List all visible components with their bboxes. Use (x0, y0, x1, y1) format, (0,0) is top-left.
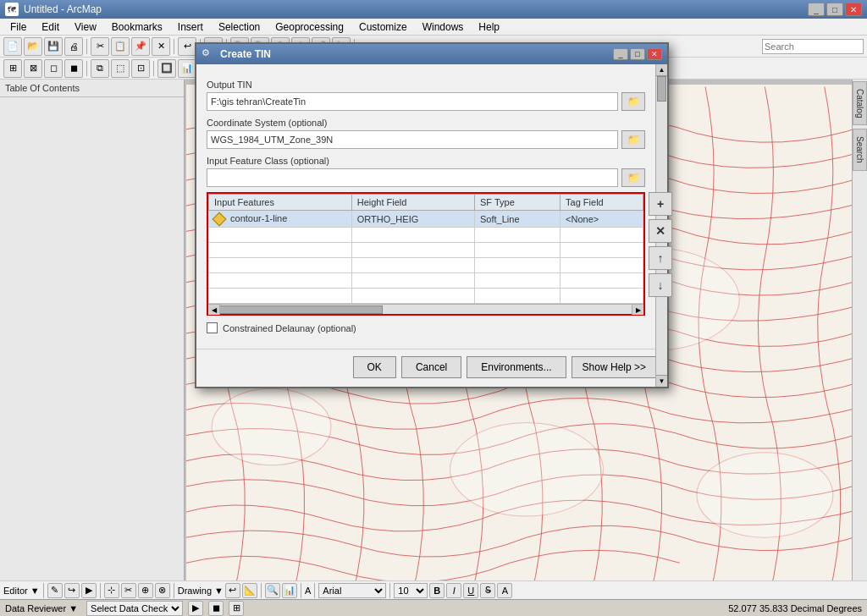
toolbar2-btn6[interactable]: ⬚ (111, 59, 130, 78)
input-feature-row: 📁 (207, 168, 645, 187)
search-input[interactable] (762, 39, 864, 54)
toolbar2-btn5[interactable]: ⧉ (91, 59, 109, 78)
toolbar2-btn2[interactable]: ⊠ (24, 59, 42, 78)
toolbar2-btn3[interactable]: ◻ (44, 59, 63, 78)
toolbar2-btn9[interactable]: 📊 (178, 59, 196, 78)
scroll-left-btn[interactable]: ◀ (208, 305, 220, 315)
color-button[interactable]: A (497, 583, 512, 598)
bottom-sep-2 (100, 583, 101, 598)
editor-dropdown[interactable]: Editor ▼ (3, 586, 40, 596)
maximize-button[interactable]: □ (826, 3, 843, 16)
status-btn-1[interactable]: ▶ (188, 601, 203, 616)
output-tin-row: 📁 (207, 92, 645, 111)
edit-btn-4[interactable]: ⊹ (104, 583, 119, 598)
move-up-button[interactable]: ↑ (649, 246, 672, 270)
menu-view[interactable]: View (68, 19, 103, 35)
copy-button[interactable]: 📋 (111, 37, 130, 56)
bottom-sep-3 (174, 583, 174, 598)
save-button[interactable]: 💾 (44, 37, 63, 56)
window-controls[interactable]: _ □ ✕ (808, 3, 862, 16)
catalog-tab[interactable]: Catalog (853, 81, 867, 125)
separator-2 (174, 39, 174, 54)
edit-btn-1[interactable]: ✎ (47, 583, 63, 598)
dialog-minimize-btn[interactable]: _ (613, 48, 628, 60)
toolbar2-btn8[interactable]: 🔲 (157, 59, 176, 78)
paste-button[interactable]: 📌 (131, 37, 150, 56)
minimize-button[interactable]: _ (808, 3, 825, 16)
edit-btn-2[interactable]: ↪ (64, 583, 80, 598)
remove-row-button[interactable]: ✕ (649, 219, 672, 243)
table-scrollbar[interactable]: ▶ ◀ (208, 304, 643, 314)
scroll-thumb[interactable] (657, 76, 666, 102)
print-button[interactable]: 🖨 (64, 37, 83, 56)
toolbar2-btn1[interactable]: ⊞ (3, 59, 22, 78)
svg-point-4 (450, 422, 604, 516)
bottom-sep-1 (43, 583, 44, 598)
bold-button[interactable]: B (429, 583, 445, 598)
toolbar2-btn4[interactable]: ◼ (64, 59, 83, 78)
draw-btn-4[interactable]: 📊 (282, 583, 297, 598)
underline-button[interactable]: U (463, 583, 478, 598)
status-btn-3[interactable]: ⊞ (229, 601, 244, 616)
font-selector[interactable]: Arial (318, 583, 386, 598)
dialog-maximize-btn[interactable]: □ (630, 48, 645, 60)
undo-button[interactable]: ↩ (178, 37, 196, 56)
coord-system-input[interactable] (207, 130, 618, 149)
menu-bookmarks[interactable]: Bookmarks (105, 19, 169, 35)
menu-selection[interactable]: Selection (212, 19, 267, 35)
new-button[interactable]: 📄 (3, 37, 22, 56)
edit-btn-7[interactable]: ⊗ (155, 583, 170, 598)
menu-file[interactable]: File (3, 19, 33, 35)
edit-btn-3[interactable]: ▶ (81, 583, 97, 598)
edit-btn-5[interactable]: ✂ (121, 583, 136, 598)
menu-insert[interactable]: Insert (171, 19, 210, 35)
font-size-selector[interactable]: 10 (394, 583, 428, 598)
data-reviewer-label[interactable]: Data Reviewer ▼ (5, 603, 78, 613)
open-button[interactable]: 📂 (24, 37, 42, 56)
search-tab[interactable]: Search (853, 129, 867, 171)
input-feature-browse-btn[interactable]: 📁 (621, 168, 645, 187)
add-row-button[interactable]: + (649, 192, 672, 216)
output-tin-input[interactable] (207, 92, 618, 111)
coord-system-browse-btn[interactable]: 📁 (621, 130, 645, 149)
input-feature-input[interactable] (207, 168, 618, 187)
menu-customize[interactable]: Customize (352, 19, 414, 35)
table-scroll-thumb[interactable] (208, 305, 383, 314)
environments-button[interactable]: Environments... (467, 356, 566, 378)
strikethrough-button[interactable]: S̶ (480, 583, 495, 598)
scroll-down-btn[interactable]: ▼ (656, 375, 667, 387)
show-help-button[interactable]: Show Help >> (572, 356, 657, 378)
constrained-delaunay-checkbox[interactable] (207, 322, 218, 333)
italic-button[interactable]: I (446, 583, 461, 598)
toolbar2-btn7[interactable]: ⊡ (131, 59, 150, 78)
constrained-delaunay-row[interactable]: Constrained Delaunay (optional) (207, 322, 645, 333)
menu-windows[interactable]: Windows (416, 19, 471, 35)
status-btn-2[interactable]: ◼ (208, 601, 224, 616)
cancel-button[interactable]: Cancel (401, 356, 461, 378)
svg-point-5 (697, 453, 833, 538)
menu-geoprocessing[interactable]: Geoprocessing (268, 19, 351, 35)
drawing-dropdown[interactable]: Drawing ▼ (178, 586, 224, 596)
edit-btn-6[interactable]: ⊕ (138, 583, 153, 598)
menu-edit[interactable]: Edit (35, 19, 66, 35)
output-tin-browse-btn[interactable]: 📁 (621, 92, 645, 111)
table-row[interactable]: contour-1-line ORTHO_HEIG Soft_Line <Non… (209, 211, 643, 228)
scroll-right-btn[interactable]: ▶ (632, 305, 643, 315)
dialog-title-controls[interactable]: _ □ ✕ (613, 48, 662, 60)
coordinates-display: 52.077 35.833 Decimal Degrees (728, 603, 862, 613)
draw-btn-2[interactable]: 📐 (242, 583, 257, 598)
draw-btn-1[interactable]: ↩ (225, 583, 240, 598)
cut-button[interactable]: ✂ (91, 37, 109, 56)
ok-button[interactable]: OK (353, 356, 396, 378)
close-button[interactable]: ✕ (845, 3, 862, 16)
draw-btn-3[interactable]: 🔍 (265, 583, 280, 598)
move-down-button[interactable]: ↓ (649, 273, 672, 297)
dialog-body: Output TIN 📁 Coordinate System (optional… (196, 64, 667, 342)
dialog-title-bar: ⚙ Create TIN _ □ ✕ (196, 44, 667, 64)
menu-help[interactable]: Help (472, 19, 506, 35)
scroll-up-btn[interactable]: ▲ (656, 64, 667, 76)
dialog-title: Create TIN (220, 48, 608, 60)
dialog-close-btn[interactable]: ✕ (647, 48, 662, 60)
select-data-check[interactable]: Select Data Check (86, 601, 183, 616)
delete-button[interactable]: ✕ (152, 37, 170, 56)
